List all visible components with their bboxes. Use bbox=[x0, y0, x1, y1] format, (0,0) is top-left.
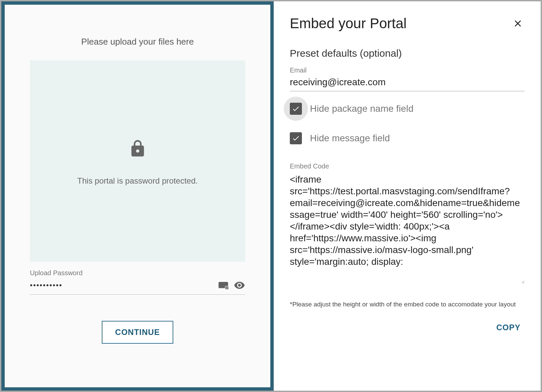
protected-text: This portal is password protected. bbox=[77, 176, 198, 186]
visibility-icon[interactable] bbox=[234, 280, 245, 290]
embed-note: *Please adjust the height or width of th… bbox=[290, 300, 525, 309]
upload-portal-preview: Please upload your files here This porta… bbox=[1, 1, 274, 391]
hide-message-checkbox[interactable] bbox=[290, 132, 302, 144]
hide-message-label: Hide message field bbox=[310, 133, 390, 144]
embed-code-textarea[interactable] bbox=[290, 174, 525, 284]
embed-panel: Embed your Portal Preset defaults (optio… bbox=[274, 1, 541, 391]
keyboard-icon[interactable]: 2 bbox=[218, 280, 229, 290]
embed-code-label: Embed Code bbox=[290, 162, 525, 170]
continue-button[interactable]: CONTINUE bbox=[102, 321, 173, 344]
copy-button[interactable]: COPY bbox=[492, 320, 525, 335]
hide-name-checkbox[interactable] bbox=[290, 103, 302, 115]
upload-dropzone[interactable]: This portal is password protected. bbox=[30, 60, 245, 262]
preset-title: Preset defaults (optional) bbox=[290, 48, 525, 59]
lock-icon bbox=[128, 137, 147, 162]
svg-text:2: 2 bbox=[226, 286, 228, 290]
password-input[interactable] bbox=[30, 279, 213, 292]
hide-name-label: Hide package name field bbox=[310, 103, 413, 114]
password-label: Upload Password bbox=[30, 269, 245, 277]
close-button[interactable] bbox=[511, 17, 525, 30]
email-field[interactable] bbox=[290, 76, 525, 91]
embed-title: Embed your Portal bbox=[290, 15, 407, 32]
email-label: Email bbox=[290, 66, 525, 74]
upload-title: Please upload your files here bbox=[30, 37, 245, 47]
